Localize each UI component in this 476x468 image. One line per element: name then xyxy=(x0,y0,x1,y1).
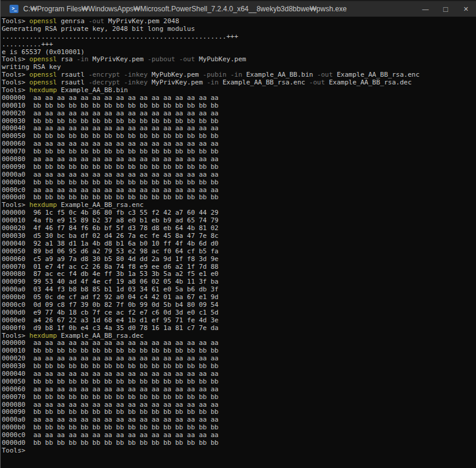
text-segment: 000000 aa aa aa aa aa aa aa aa aa aa aa … xyxy=(2,339,218,347)
text-segment: Example_AA_BB_rsa.enc xyxy=(333,71,419,78)
text-segment: hexdump xyxy=(29,332,57,340)
text-segment: 000090 bb bb bb bb bb bb bb bb bb bb bb … xyxy=(2,408,218,416)
maximize-button[interactable]: □ xyxy=(436,1,456,17)
text-segment: 000090 bb bb bb bb bb bb bb bb bb bb bb … xyxy=(2,163,218,171)
text-segment: 0000f0 d9 b8 1f 0b e4 c3 4a 35 d0 78 16 … xyxy=(2,324,218,332)
titlebar[interactable]: >_ C:₩Program Files₩WindowsApps₩Microsof… xyxy=(1,0,476,17)
text-segment: -pubin xyxy=(203,71,227,78)
text-segment: 0000a0 aa aa aa aa aa aa aa aa aa aa aa … xyxy=(2,171,218,178)
text-segment: 000060 aa aa aa aa aa aa aa aa aa aa aa … xyxy=(2,140,218,147)
text-segment: Example_AA_BB.bin xyxy=(242,71,317,78)
text-segment: -encrypt xyxy=(89,71,120,78)
text-segment: ..........+++ xyxy=(2,40,53,48)
text-segment: 000040 92 a1 38 d1 1a 4b d8 b1 6a b0 10 … xyxy=(2,240,218,247)
minimize-button[interactable]: — xyxy=(415,1,436,17)
text-segment: 0000d0 e9 77 4b 18 cb 7f ce ac f2 e7 c6 … xyxy=(2,309,218,316)
text-segment: e is 65537 (0x010001) xyxy=(2,48,84,56)
text-segment: Tools> xyxy=(2,55,29,63)
window-controls: — □ ✕ xyxy=(415,1,476,17)
text-segment: 000030 d5 30 bc ba df 02 d4 26 7a ec fe … xyxy=(2,232,218,240)
text-segment: 000020 4f 46 f7 84 f6 6b bf 5f d3 78 d8 … xyxy=(2,224,218,232)
text-segment: MyPrivKey.pem 2048 xyxy=(104,17,179,25)
text-segment: 0000b0 bb bb bb bb bb bb bb bb bb bb bb … xyxy=(2,178,218,186)
text-segment: 0000c0 aa aa aa aa aa aa aa aa aa aa aa … xyxy=(2,431,218,439)
text-segment: 000010 bb bb bb bb bb bb bb bb bb bb bb … xyxy=(2,347,218,354)
text-segment: Example_AA_BB_rsa.enc xyxy=(57,201,144,209)
text-segment: 0000d0 bb bb bb bb bb bb bb bb bb bb bb … xyxy=(2,439,218,447)
text-segment: 000070 bb bb bb bb bb bb bb bb bb bb bb … xyxy=(2,147,218,155)
text-segment: 000090 99 53 40 ad 4f 4e cf 19 a8 06 02 … xyxy=(2,278,218,285)
text-segment: ........................................… xyxy=(2,33,238,40)
text-segment: 000030 bb bb bb bb bb bb bb bb bb bb bb … xyxy=(2,362,218,370)
close-button[interactable]: ✕ xyxy=(456,1,476,17)
terminal-line: 0000d0 bb bb bb bb bb bb bb bb bb bb bb … xyxy=(2,439,476,447)
powershell-icon[interactable]: >_ xyxy=(10,5,18,13)
text-segment: -out xyxy=(89,17,105,25)
text-segment: -inkey xyxy=(124,71,148,78)
text-segment: hexdump xyxy=(29,201,57,209)
text-segment: genrsa xyxy=(57,17,89,25)
text-segment: Tools> xyxy=(2,86,29,94)
text-segment: -out xyxy=(179,55,195,63)
text-segment: MyPubKey.pem xyxy=(148,71,203,78)
text-segment: 0000a0 aa aa aa aa aa aa aa aa aa aa aa … xyxy=(2,416,218,423)
text-segment: Generating RSA private key, 2048 bit lon… xyxy=(2,25,195,33)
text-segment: Tools> xyxy=(2,78,29,86)
text-segment: 000080 87 ac ec f4 db 4e ff 3b 1a 53 3b … xyxy=(2,270,218,278)
text-segment: writing RSA key xyxy=(2,63,61,71)
window-title: C:₩Program Files₩WindowsApps₩Microsoft.P… xyxy=(23,5,415,13)
text-segment: -in xyxy=(230,71,242,78)
text-segment: Example_AA_BB_rsa.dec xyxy=(325,78,412,86)
text-segment: 000020 aa aa aa aa aa aa aa aa aa aa aa … xyxy=(2,354,218,362)
text-segment: 000000 96 1c f5 0c 4b 86 80 fb c3 55 f2 … xyxy=(2,209,218,216)
text-segment: 000060 aa aa aa aa aa aa aa aa aa aa aa … xyxy=(2,385,218,393)
terminal-line: Tools> openssl rsa -in MyPrivKey.pem -pu… xyxy=(2,56,476,64)
text-segment: 000050 89 bd 06 95 d6 a2 79 53 e2 98 ac … xyxy=(2,247,218,255)
text-segment: 000040 aa aa aa aa aa aa aa aa aa aa aa … xyxy=(2,124,218,132)
text-segment: -out xyxy=(317,71,333,78)
text-segment: -decrypt xyxy=(89,78,120,86)
text-segment: -out xyxy=(309,78,325,86)
text-segment: rsa xyxy=(57,55,77,63)
text-segment: 000060 c5 a9 a9 7a d8 30 b5 80 4d dd 2a … xyxy=(2,255,218,263)
text-segment: openssl xyxy=(29,78,57,86)
text-segment: -in xyxy=(206,78,218,86)
text-segment: Example_AA_BB_rsa.enc xyxy=(218,78,309,86)
text-segment: 000070 bb bb bb bb bb bb bb bb bb bb bb … xyxy=(2,393,218,401)
text-segment: Tools> xyxy=(2,447,26,454)
text-segment: 0000b0 05 0c de cf ad f2 92 a0 04 c4 42 … xyxy=(2,293,218,301)
text-segment: Example_AA_BB.bin xyxy=(57,86,128,94)
text-segment: 000000 aa aa aa aa aa aa aa aa aa aa aa … xyxy=(2,94,218,102)
text-segment: 000080 aa aa aa aa aa aa aa aa aa aa aa … xyxy=(2,155,218,163)
text-segment: MyPubKey.pem xyxy=(195,55,246,63)
text-segment: openssl xyxy=(29,17,57,25)
text-segment: 000040 aa aa aa aa aa aa aa aa aa aa aa … xyxy=(2,370,218,378)
text-segment: Tools> xyxy=(2,332,29,340)
terminal-window: >_ C:₩Program Files₩WindowsApps₩Microsof… xyxy=(0,0,476,468)
terminal-line: Tools> xyxy=(2,447,476,455)
text-segment: 000050 bb bb bb bb bb bb bb bb bb bb bb … xyxy=(2,378,218,385)
text-segment: MyPrivKey.pem xyxy=(148,78,206,86)
text-segment: 0000d0 bb bb bb bb bb bb bb bb bb bb bb … xyxy=(2,193,218,201)
text-segment: Tools> xyxy=(2,71,29,78)
text-segment: rsautl xyxy=(57,78,89,86)
text-segment: -in xyxy=(77,55,89,63)
text-segment: Tools> xyxy=(2,17,29,25)
text-segment: 000020 aa aa aa aa aa aa aa aa aa aa aa … xyxy=(2,109,218,117)
text-segment: Tools> xyxy=(2,201,29,209)
text-segment: rsautl xyxy=(57,71,89,78)
text-segment: 000010 4a fb e9 15 89 b2 37 a8 e0 b1 eb … xyxy=(2,216,218,224)
terminal-output[interactable]: Tools> openssl genrsa -out MyPrivKey.pem… xyxy=(1,17,476,468)
text-segment: hexdump xyxy=(29,86,57,94)
text-segment: openssl xyxy=(29,55,57,63)
text-segment: 000050 bb bb bb bb bb bb bb bb bb bb bb … xyxy=(2,132,218,140)
text-segment: 000030 bb bb bb bb bb bb bb bb bb bb bb … xyxy=(2,117,218,125)
text-segment: 000070 01 e7 4f ac c2 26 8a 74 f8 e9 ee … xyxy=(2,263,218,271)
text-segment: 000010 bb bb bb bb bb bb bb bb bb bb bb … xyxy=(2,102,218,109)
text-segment: 0000c0 0d 09 c8 f7 39 0b 82 7f 0b 99 0d … xyxy=(2,301,218,309)
text-segment: -inkey xyxy=(124,78,148,86)
text-segment: 0000c0 aa aa aa aa aa aa aa aa aa aa aa … xyxy=(2,186,218,194)
terminal-line: ........................................… xyxy=(2,33,476,41)
text-segment: 0000e0 a4 26 67 22 a3 1d 68 e4 1b d1 ef … xyxy=(2,316,218,324)
text-segment: -pubout xyxy=(148,55,175,63)
